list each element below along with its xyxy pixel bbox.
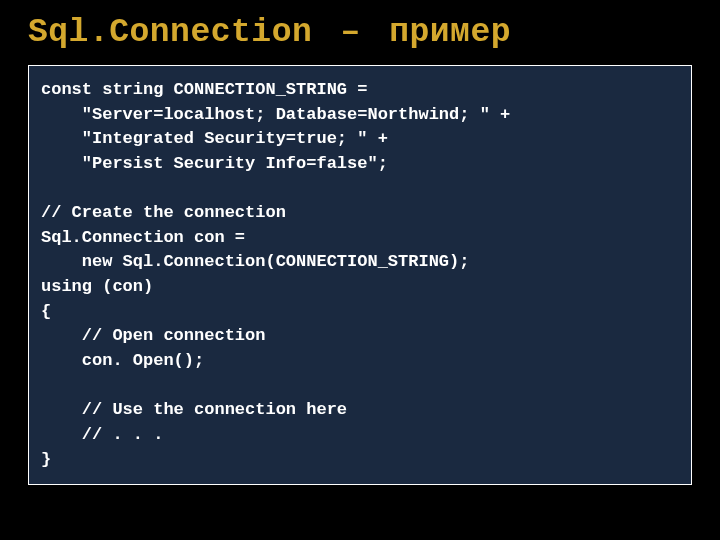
code-line: {	[41, 302, 51, 321]
code-line: // Use the connection here	[41, 400, 347, 419]
slide: Sql.Connection – пример const string CON…	[0, 0, 720, 540]
title-part1: Sql.Connection	[28, 14, 312, 51]
code-line: // . . .	[41, 425, 163, 444]
slide-title: Sql.Connection – пример	[28, 14, 692, 51]
code-line: "Server=localhost; Database=Northwind; "…	[41, 105, 510, 124]
code-line: // Open connection	[41, 326, 265, 345]
code-line: "Integrated Security=true; " +	[41, 129, 388, 148]
title-part2: пример	[389, 14, 511, 51]
code-line: new Sql.Connection(CONNECTION_STRING);	[41, 252, 469, 271]
code-block: const string CONNECTION_STRING = "Server…	[28, 65, 692, 485]
code-line: con. Open();	[41, 351, 204, 370]
code-line: // Create the connection	[41, 203, 286, 222]
title-separator: –	[333, 14, 369, 51]
code-line: "Persist Security Info=false";	[41, 154, 388, 173]
code-line: using (con)	[41, 277, 153, 296]
code-line: const string CONNECTION_STRING =	[41, 80, 367, 99]
code-line: Sql.Connection con =	[41, 228, 245, 247]
code-line: }	[41, 450, 51, 469]
